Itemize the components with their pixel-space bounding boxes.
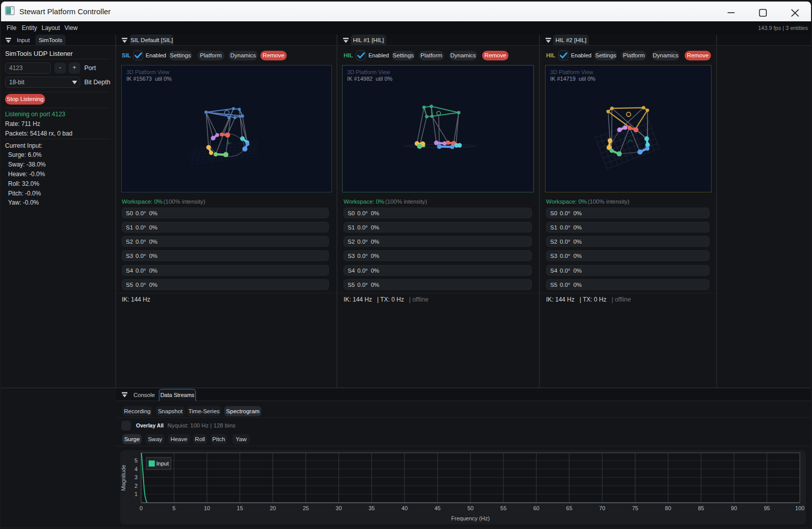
svg-text:45: 45: [434, 505, 441, 511]
svg-text:50: 50: [467, 505, 473, 511]
svg-text:95: 95: [764, 505, 770, 511]
svg-text:65: 65: [566, 505, 572, 511]
svg-text:30: 30: [335, 505, 342, 511]
svg-text:5: 5: [134, 457, 138, 464]
svg-text:70: 70: [599, 505, 605, 511]
svg-text:55: 55: [500, 505, 506, 511]
svg-text:2: 2: [134, 483, 138, 489]
svg-text:10: 10: [204, 505, 210, 511]
svg-text:4: 4: [134, 466, 138, 472]
svg-text:100: 100: [795, 505, 804, 511]
svg-text:25: 25: [302, 505, 309, 511]
svg-text:15: 15: [237, 505, 243, 511]
svg-text:5: 5: [173, 505, 176, 511]
svg-text:85: 85: [698, 505, 704, 511]
svg-text:Input: Input: [156, 460, 168, 467]
svg-text:40: 40: [401, 505, 408, 511]
svg-text:90: 90: [731, 505, 737, 511]
svg-text:Frequency (Hz): Frequency (Hz): [451, 515, 490, 521]
svg-text:1: 1: [134, 491, 138, 497]
svg-text:3: 3: [134, 474, 138, 480]
svg-text:20: 20: [269, 505, 276, 511]
svg-text:0: 0: [140, 505, 143, 511]
svg-text:80: 80: [665, 505, 671, 511]
svg-text:Magnitude: Magnitude: [120, 465, 126, 490]
svg-text:35: 35: [368, 505, 375, 511]
svg-text:75: 75: [632, 505, 638, 511]
svg-text:60: 60: [533, 505, 539, 511]
